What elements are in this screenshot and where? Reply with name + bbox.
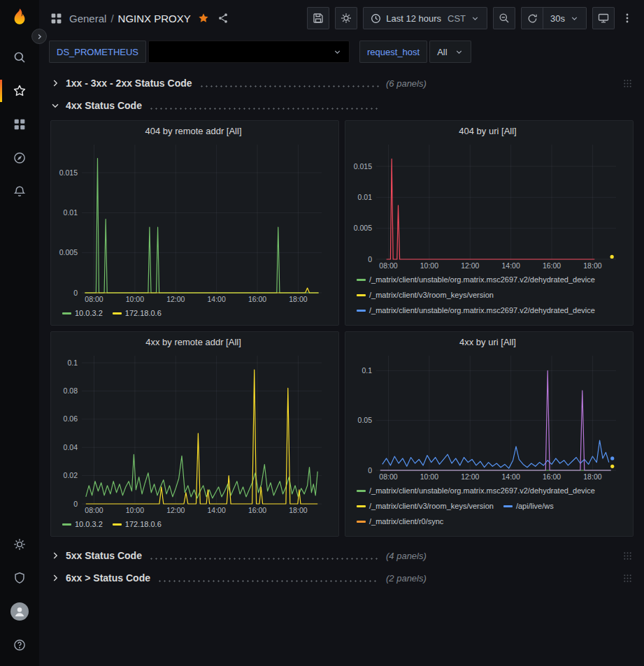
svg-text:16:00: 16:00 xyxy=(248,295,266,303)
chevron-right-icon xyxy=(50,551,63,560)
dashboard-row-5xx[interactable]: 5xx Status Code (4 panels) xyxy=(50,545,634,566)
user-avatar[interactable] xyxy=(0,595,39,628)
save-button[interactable] xyxy=(307,7,329,29)
legend-series-color-mark xyxy=(357,294,366,296)
request-host-value-dropdown[interactable]: All xyxy=(429,41,471,63)
variable-request-host: request_host All xyxy=(359,41,471,63)
variable-label-request-host[interactable]: request_host xyxy=(359,41,427,63)
panel-legend: 10.0.3.2172.18.0.6 xyxy=(55,515,331,533)
dashboards-icon[interactable] xyxy=(0,108,39,141)
refresh-interval-label: 30s xyxy=(550,13,565,24)
refresh-interval-dropdown[interactable]: 30s xyxy=(543,7,587,29)
search-icon[interactable] xyxy=(0,41,39,74)
legend-item[interactable]: /_matrix/client/unstable/org.matrix.msc2… xyxy=(357,272,595,287)
svg-text:18:00: 18:00 xyxy=(289,506,307,514)
svg-text:12:00: 12:00 xyxy=(461,472,479,481)
row-drag-handle-icon[interactable] xyxy=(623,79,632,88)
svg-text:0.05: 0.05 xyxy=(358,416,373,424)
request-host-value: All xyxy=(437,47,447,57)
row-panel-count: (6 panels) xyxy=(386,78,427,89)
row-drag-handle-icon[interactable] xyxy=(623,551,632,560)
legend-series-color-mark xyxy=(357,279,366,281)
apps-grid-icon[interactable] xyxy=(49,11,64,26)
favorite-star-icon[interactable] xyxy=(196,11,210,25)
share-icon[interactable] xyxy=(216,11,230,25)
alerting-bell-icon[interactable] xyxy=(0,175,39,208)
help-icon[interactable] xyxy=(0,628,39,662)
panel-title[interactable]: 404 by uri [All] xyxy=(350,124,626,139)
kebab-menu-icon[interactable] xyxy=(620,11,634,25)
legend-item[interactable]: /_matrix/client/v3/room_keys/version xyxy=(357,498,494,514)
timezone-label: CST xyxy=(448,13,466,24)
panel-title[interactable]: 4xx by uri [All] xyxy=(350,335,626,350)
panel-title[interactable]: 404 by remote addr [All] xyxy=(55,124,331,139)
legend-item[interactable]: /_matrix/client/unstable/org.matrix.msc2… xyxy=(357,483,595,498)
dashboard-settings-button[interactable] xyxy=(335,7,357,29)
sidebar xyxy=(0,0,39,666)
server-admin-shield-icon[interactable] xyxy=(0,561,39,595)
svg-text:0.015: 0.015 xyxy=(354,162,372,171)
refresh-button[interactable] xyxy=(521,7,543,29)
dashboard-row-4xx[interactable]: 4xx Status Code xyxy=(50,95,634,116)
configuration-gear-icon[interactable] xyxy=(0,528,39,561)
legend-item[interactable]: /_matrix/client/v3/room_keys/version xyxy=(357,318,494,322)
chart-404-by-remote-addr[interactable]: 08:0010:0012:0014:0016:0018:0000.0050.01… xyxy=(55,139,331,304)
chart-4xx-by-remote-addr[interactable]: 08:0010:0012:0014:0016:0018:0000.020.040… xyxy=(55,350,331,515)
svg-text:0.08: 0.08 xyxy=(64,386,78,395)
panel-legend: /_matrix/client/unstable/org.matrix.msc2… xyxy=(350,482,626,533)
panel-title[interactable]: 4xx by remote addr [All] xyxy=(55,335,331,350)
legend-item[interactable]: /_matrix/client/unstable/org.matrix.msc2… xyxy=(357,529,595,533)
grafana-logo[interactable] xyxy=(8,7,31,31)
svg-text:18:00: 18:00 xyxy=(583,261,601,270)
legend-item[interactable]: 10.0.3.2 xyxy=(62,305,103,321)
legend-item[interactable]: 172.18.0.6 xyxy=(113,516,162,532)
dashboard-row-1xx-3xx-2xx[interactable]: 1xx - 3xx - 2xx Status Code (6 panels) xyxy=(50,73,634,94)
row-drag-handle-icon[interactable] xyxy=(623,574,632,583)
tv-kiosk-button[interactable] xyxy=(592,7,615,29)
legend-series-color-mark xyxy=(357,490,366,492)
legend-item[interactable]: /api/live/ws xyxy=(503,498,554,514)
legend-series-color-mark xyxy=(113,523,122,526)
svg-text:0.02: 0.02 xyxy=(64,471,78,479)
panel-4xx-by-remote-addr: 4xx by remote addr [All] 08:0010:0012:00… xyxy=(50,331,339,537)
svg-text:12:00: 12:00 xyxy=(166,295,185,303)
svg-text:0: 0 xyxy=(368,255,372,263)
svg-text:08:00: 08:00 xyxy=(379,472,397,481)
legend-series-color-mark xyxy=(113,312,122,314)
svg-text:0: 0 xyxy=(73,289,78,297)
time-range-picker[interactable]: Last 12 hours CST xyxy=(363,7,487,29)
chevron-right-icon xyxy=(50,78,63,88)
panel-legend: /_matrix/client/unstable/org.matrix.msc2… xyxy=(350,270,626,322)
breadcrumb-section[interactable]: General xyxy=(69,13,106,24)
legend-item[interactable]: /_matrix/client/r0/sync xyxy=(357,514,443,529)
svg-text:16:00: 16:00 xyxy=(543,472,561,481)
datasource-value-dropdown[interactable] xyxy=(148,41,350,63)
sidebar-expand-button[interactable] xyxy=(31,29,47,44)
panel-404-by-remote-addr: 404 by remote addr [All] 08:0010:0012:00… xyxy=(50,120,339,326)
legend-item[interactable]: /sw.js xyxy=(503,318,535,322)
dashboard-title[interactable]: NGINX PROXY xyxy=(118,13,191,24)
panel-legend: 10.0.3.2172.18.0.6 xyxy=(55,304,331,322)
svg-text:0.01: 0.01 xyxy=(64,208,78,217)
zoom-out-button[interactable] xyxy=(493,7,515,29)
clock-icon xyxy=(371,13,381,24)
chart-404-by-uri[interactable]: 08:0010:0012:0014:0016:0018:0000.0050.01… xyxy=(350,139,626,270)
svg-text:0.015: 0.015 xyxy=(59,168,78,177)
legend-item[interactable]: /_matrix/client/unstable/org.matrix.msc2… xyxy=(357,303,595,318)
chevron-down-icon xyxy=(50,101,63,110)
svg-text:0: 0 xyxy=(73,500,78,508)
svg-text:0.005: 0.005 xyxy=(59,248,78,256)
legend-item[interactable]: 172.18.0.6 xyxy=(113,305,162,321)
svg-text:0.1: 0.1 xyxy=(362,366,372,375)
variable-label-ds-prometheus[interactable]: DS_PROMETHEUS xyxy=(49,41,146,63)
panel-404-by-uri: 404 by uri [All] 08:0010:0012:0014:0016:… xyxy=(345,120,634,326)
dashboard-row-6xx[interactable]: 6xx > Status Code (2 panels) xyxy=(50,567,634,588)
legend-item[interactable]: /_matrix/client/v3/room_keys/version xyxy=(357,287,494,303)
variable-datasource: DS_PROMETHEUS xyxy=(49,41,350,63)
explore-compass-icon[interactable] xyxy=(0,141,39,175)
starred-nav-icon[interactable] xyxy=(0,74,39,108)
row-panel-count: (2 panels) xyxy=(386,573,427,584)
legend-series-color-mark xyxy=(357,521,366,523)
legend-item[interactable]: 10.0.3.2 xyxy=(62,516,103,532)
chart-4xx-by-uri[interactable]: 08:0010:0012:0014:0016:0018:0000.050.1 xyxy=(350,350,626,482)
